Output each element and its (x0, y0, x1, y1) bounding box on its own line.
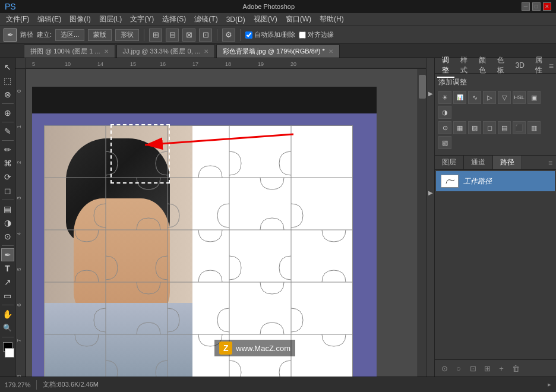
pen-tool-icon[interactable]: ✒ (4, 29, 17, 42)
close-btn[interactable]: ✕ (543, 2, 551, 11)
lcp-menu-icon[interactable]: ≡ (548, 159, 556, 167)
adj-icon-levels[interactable]: 📊 (453, 91, 466, 104)
tab-close-1[interactable]: ✕ (204, 48, 208, 55)
tool-history[interactable]: ⟳ (1, 170, 14, 184)
v-scrollbar[interactable] (418, 69, 426, 377)
menu-edit[interactable]: 编辑(E) (34, 13, 65, 26)
tool-pen[interactable]: ✒ (1, 248, 14, 261)
combine-icon3[interactable]: ⊠ (182, 29, 195, 42)
tool-lasso[interactable]: ⊗ (1, 88, 14, 101)
doc-bg-dark (32, 87, 377, 113)
adj-icon-vibrance[interactable]: ▽ (498, 91, 511, 104)
adj-icon-curves[interactable]: ∿ (468, 91, 481, 104)
adj-icon-exposure[interactable]: ▷ (483, 91, 496, 104)
menu-layer[interactable]: 图层(L) (96, 13, 126, 26)
menu-image[interactable]: 图像(I) (66, 13, 94, 26)
tool-path-select[interactable]: ↗ (1, 276, 14, 289)
v-scroll-thumb[interactable] (419, 75, 426, 99)
adj-icon-bw[interactable]: ◑ (438, 106, 451, 119)
tool-select[interactable]: ⬚ (1, 74, 14, 87)
tool-hand[interactable]: ✋ (1, 308, 14, 321)
delete-path-icon[interactable]: 🗑 (510, 362, 522, 374)
adj-icon-selectcolor[interactable]: ▧ (438, 136, 451, 149)
adj-icon-photofilter[interactable]: ⊙ (438, 121, 451, 134)
combine-icon1[interactable]: ⊞ (149, 29, 162, 42)
background-color[interactable] (5, 348, 14, 358)
menu-select[interactable]: 选择(S) (159, 13, 189, 26)
menu-file[interactable]: 文件(F) (2, 13, 33, 26)
person-photo (44, 125, 192, 377)
svg-text:5: 5 (16, 268, 22, 271)
tool-brush[interactable]: ✏ (1, 143, 14, 156)
status-sep (36, 380, 37, 390)
tool-zoom[interactable]: 🔍 (1, 321, 14, 334)
menu-help[interactable]: 帮助(H) (316, 13, 348, 26)
adj-icon-hsl[interactable]: HSL (513, 91, 526, 104)
watermark-url: www.MacZ.com (236, 344, 290, 353)
adj-icon-bright[interactable]: ☀ (438, 91, 451, 104)
panel-menu-icon[interactable]: ≡ (549, 61, 554, 71)
lcp-tab-path[interactable]: 路径 (493, 156, 522, 169)
tool-eyedropper[interactable]: ✎ (1, 125, 14, 138)
adj-icon-invert[interactable]: ◻ (483, 121, 496, 134)
tool-crop[interactable]: ⊕ (1, 106, 14, 119)
path-ops-icon[interactable]: ⚙ (222, 29, 235, 42)
watermark-z: Z (219, 342, 232, 355)
tool-gradient[interactable]: ▤ (1, 203, 14, 216)
lcp-tab-layer[interactable]: 图层 (435, 156, 464, 169)
expand-arrow1[interactable]: ▶ (427, 90, 434, 97)
mask-btn[interactable]: 蒙版 (88, 29, 112, 41)
expand-arrow2[interactable]: ▶ (427, 189, 434, 196)
shirt (44, 303, 192, 377)
adj-icon-posterize[interactable]: ▤ (498, 121, 511, 134)
adj-icon-colorb[interactable]: ▣ (527, 91, 541, 104)
adj-icon-threshold[interactable]: ⬛ (513, 121, 526, 134)
tab-jj[interactable]: JJ.jpg @ 33.3% (图层 0, ... ✕ (116, 45, 215, 58)
tool-dodge[interactable]: ⊙ (1, 230, 14, 243)
menu-view[interactable]: 视图(V) (250, 13, 281, 26)
tool-sep7 (2, 337, 14, 337)
window-controls[interactable]: ─ □ ✕ (522, 2, 551, 11)
tool-shape[interactable]: ▭ (1, 289, 14, 302)
tool-blur[interactable]: ◑ (1, 216, 14, 229)
align-edges-checkbox[interactable] (299, 31, 306, 39)
svg-text:20: 20 (290, 61, 296, 67)
tab-bg[interactable]: 彩色背景墙.jpg @ 179%(RGB/8#) * ✕ (216, 45, 340, 58)
menu-window[interactable]: 窗口(W) (282, 13, 315, 26)
auto-add-checkbox[interactable] (245, 31, 252, 39)
adj-icon-channelmix[interactable]: ▦ (453, 121, 466, 134)
combine-icon2[interactable]: ⊟ (166, 29, 179, 42)
add-path-icon[interactable]: + (495, 362, 507, 374)
path-fill-icon[interactable]: ⊙ (438, 362, 450, 374)
tool-arrow[interactable]: ↖ (1, 61, 14, 74)
tool-clone[interactable]: ⌘ (1, 157, 14, 170)
path-item-workpath[interactable]: 工作路径 (436, 171, 555, 191)
main-area: ↖ ⬚ ⊗ ⊕ ✎ ✏ ⌘ ⟳ ◻ ▤ ◑ ⊙ ✒ T ↗ ▭ ✋ 🔍 (0, 58, 556, 377)
tab-puzzle[interactable]: 拼图 @ 100% (图层 1 ... ✕ (24, 45, 115, 58)
panel-tab-3d[interactable]: 3D (511, 60, 529, 72)
minimize-btn[interactable]: ─ (522, 2, 530, 11)
menu-3d[interactable]: 3D(D) (223, 14, 249, 25)
shape-btn[interactable]: 形状 (115, 29, 139, 41)
panel-top-tabs: 调整 样式 颜色 色板 3D 属性 ≡ (435, 58, 556, 74)
tool-eraser[interactable]: ◻ (1, 184, 14, 197)
path-stroke-icon[interactable]: ○ (453, 362, 465, 374)
path-to-sel-icon[interactable]: ⊡ (467, 362, 479, 374)
align-edges-label[interactable]: 对齐边缘 (299, 30, 334, 39)
lcp-tab-channel[interactable]: 通道 (464, 156, 493, 169)
menu-filter[interactable]: 滤镜(T) (191, 13, 221, 26)
svg-text:19: 19 (258, 61, 264, 67)
maximize-btn[interactable]: □ (532, 2, 541, 11)
tab-close-0[interactable]: ✕ (104, 48, 109, 55)
select-area-btn[interactable]: 选区... (55, 29, 84, 41)
tab-close-2[interactable]: ✕ (328, 48, 333, 55)
tool-type[interactable]: T (1, 262, 14, 275)
sel-to-path-icon[interactable]: ⊞ (481, 362, 493, 374)
combine-icon4[interactable]: ⊡ (199, 29, 212, 42)
auto-add-label[interactable]: 自动添加/删除 (245, 30, 295, 39)
svg-text:0: 0 (16, 90, 22, 93)
adj-icon-gradient2[interactable]: ▥ (527, 121, 541, 134)
menu-text[interactable]: 文字(Y) (127, 13, 157, 26)
adj-icon-colorlookup[interactable]: ▨ (468, 121, 481, 134)
document-canvas[interactable]: .puzzle-line { stroke: #888; stroke-widt… (26, 69, 426, 377)
